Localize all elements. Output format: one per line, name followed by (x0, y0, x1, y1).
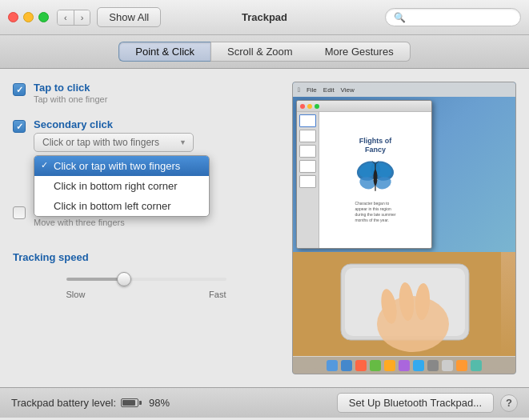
secondary-click-dropdown[interactable]: Click or tap with two fingers (34, 133, 194, 152)
tab-more-gestures[interactable]: More Gestures (309, 42, 411, 62)
preview-trackpad-area (293, 252, 515, 356)
tracking-section: Tracking speed Slow Fast (13, 251, 279, 299)
forward-button[interactable]: › (74, 10, 90, 25)
slider-slow-label: Slow (66, 290, 86, 299)
preview-keynote-window: Flights ofFancy (296, 100, 432, 249)
slider-labels: Slow Fast (66, 290, 226, 299)
preview-thumb-1 (299, 114, 316, 127)
preview-zoom-dot (315, 104, 319, 109)
preview-butterfly-image (355, 158, 395, 198)
preview-slide-text: Character began toappear in this regiond… (355, 201, 395, 223)
slider-wrapper (66, 271, 226, 283)
search-input[interactable] (409, 11, 512, 23)
preview-menu-item2: Edit (323, 86, 335, 94)
dock-icon-1 (327, 360, 338, 371)
setup-bluetooth-button[interactable]: Set Up Bluetooth Trackpad... (337, 393, 494, 413)
dock-icon-2 (341, 360, 352, 371)
preview-apple-menu:  (298, 86, 300, 94)
show-all-button[interactable]: Show All (97, 7, 161, 27)
preview-slide-title: Flights ofFancy (359, 137, 392, 154)
dock-icon-9 (442, 360, 453, 371)
tab-scroll-zoom[interactable]: Scroll & Zoom (210, 42, 309, 62)
secondary-click-dropdown-container: Click or tap with two fingers Click or t… (34, 133, 279, 152)
preview-thumb-2 (299, 130, 316, 142)
maximize-button[interactable] (38, 12, 49, 22)
secondary-click-row: Secondary click (13, 118, 279, 133)
dock-icon-7 (413, 360, 424, 371)
secondary-click-text: Secondary click (34, 118, 113, 130)
preview-window-content: Flights ofFancy (297, 112, 431, 248)
dock-icon-10 (456, 360, 467, 371)
search-bar[interactable]: 🔍 (385, 8, 521, 26)
search-icon: 🔍 (394, 12, 406, 23)
trackpad-device (293, 252, 501, 356)
preview-thumb-3 (299, 145, 316, 158)
window-title: Trackpad (242, 11, 287, 23)
tab-bar: Point & Click Scroll & Zoom More Gesture… (0, 35, 529, 69)
dock-icon-11 (471, 360, 482, 371)
traffic-lights (8, 12, 49, 22)
three-finger-drag-checkbox[interactable] (13, 206, 26, 219)
preview-close-dot (300, 104, 305, 109)
back-button[interactable]: ‹ (58, 10, 74, 25)
tap-to-click-checkbox[interactable] (13, 83, 26, 96)
bottom-right: Set Up Bluetooth Trackpad... ? (337, 393, 518, 413)
preview-main-slide: Flights ofFancy (319, 112, 431, 248)
dropdown-item-two-fingers[interactable]: Click or tap with two fingers (34, 156, 209, 176)
preview-desktop-area: Flights ofFancy (293, 97, 515, 252)
tab-point-click[interactable]: Point & Click (118, 42, 210, 62)
help-button[interactable]: ? (500, 394, 518, 412)
preview-dock (293, 356, 515, 374)
battery-body (121, 398, 138, 407)
tap-to-click-title: Tap to click (34, 82, 107, 94)
preview-menubar:  File Edit View (293, 82, 515, 97)
battery-tip (139, 401, 142, 405)
dock-icon-6 (399, 360, 410, 371)
svg-point-7 (374, 170, 378, 186)
preview-sidebar (297, 112, 319, 248)
dropdown-menu: Click or tap with two fingers Click in b… (34, 155, 210, 217)
tracking-speed-slider[interactable] (66, 278, 226, 281)
preview-thumb-4 (299, 160, 316, 173)
tracking-title: Tracking speed (13, 251, 279, 263)
minimize-button[interactable] (23, 12, 34, 22)
battery-percent: 98% (149, 397, 170, 409)
dropdown-item-bottom-right[interactable]: Click in bottom right corner (34, 176, 209, 196)
preview-thumb-5 (299, 175, 316, 188)
right-panel:  File Edit View (292, 82, 516, 374)
preview-menu-item: File (307, 86, 317, 94)
tap-to-click-row: Tap to click Tap with one finger (13, 82, 279, 104)
dock-icon-8 (427, 360, 439, 371)
preview-desktop:  File Edit View (293, 82, 515, 374)
preview-minimize-dot (307, 104, 312, 109)
slider-fast-label: Fast (209, 290, 226, 299)
title-bar: ‹ › Show All Trackpad 🔍 (0, 0, 529, 35)
battery-icon (121, 398, 142, 407)
nav-buttons: ‹ › (57, 10, 90, 26)
left-panel: Tap to click Tap with one finger Seconda… (13, 82, 279, 374)
battery-label: Trackpad battery level: (11, 397, 116, 409)
slider-container: Slow Fast (13, 271, 279, 299)
dropdown-item-bottom-left[interactable]: Click in bottom left corner (34, 196, 209, 216)
secondary-click-title: Secondary click (34, 118, 113, 130)
tap-to-click-text: Tap to click Tap with one finger (34, 82, 107, 104)
close-button[interactable] (8, 12, 18, 22)
secondary-click-checkbox[interactable] (13, 120, 26, 133)
main-content: Tap to click Tap with one finger Seconda… (0, 69, 529, 387)
tap-to-click-desc: Tap with one finger (34, 94, 107, 104)
battery-fill (122, 400, 135, 406)
dock-icon-3 (355, 360, 367, 371)
trackpad-visual (293, 252, 515, 356)
dock-icon-5 (384, 360, 395, 371)
bottom-bar: Trackpad battery level: 98% Set Up Bluet… (0, 387, 529, 418)
preview-window-titlebar (297, 101, 431, 112)
dock-icon-4 (370, 360, 381, 371)
three-finger-drag-desc: Move with three fingers (34, 218, 125, 227)
preview-menu-item3: View (341, 86, 355, 94)
